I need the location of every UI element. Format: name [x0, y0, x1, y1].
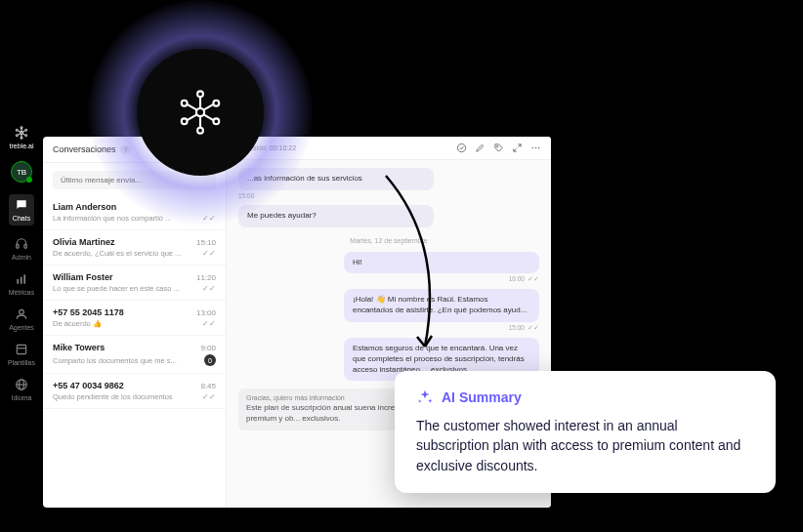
svg-line-11	[18, 134, 21, 136]
svg-point-3	[25, 135, 27, 137]
svg-point-2	[25, 129, 27, 131]
svg-point-5	[16, 135, 18, 137]
nav-metrics[interactable]: Métricas	[9, 272, 34, 296]
message-bubble: Me puedes ayudar?	[238, 205, 434, 227]
nav-templates[interactable]: Plantillas	[8, 343, 35, 366]
conversation-time: 9:00	[200, 344, 216, 352]
edit-icon[interactable]	[475, 143, 486, 153]
nav-label: Plantillas	[8, 359, 35, 366]
conversation-time: 15:10	[196, 238, 216, 247]
svg-line-37	[204, 104, 214, 110]
date-separator: Martes, 12 de septiembre	[238, 237, 539, 244]
user-avatar[interactable]: TB	[11, 161, 32, 183]
feature-halo	[88, 0, 313, 225]
more-icon[interactable]	[530, 143, 541, 153]
conversation-preview: La información que nos compartió ...	[53, 214, 171, 223]
conversation-name: William Foster	[53, 272, 112, 282]
svg-point-32	[213, 118, 219, 124]
conversation-item[interactable]: Olivia Martinez 15:10 De acuerdo, ¿Cuál …	[43, 230, 226, 266]
svg-line-40	[188, 114, 197, 120]
summary-text: The customer showed interest in an annua…	[416, 416, 754, 475]
tag-icon[interactable]	[493, 143, 504, 153]
conversations-list: Liam Anderson La información que nos com…	[43, 195, 226, 508]
sparkle-icon	[416, 389, 434, 406]
message-time: 15:00 ✓✓	[344, 324, 539, 332]
headset-icon	[15, 237, 28, 251]
svg-point-33	[197, 128, 203, 134]
conversation-time: 8:45	[200, 382, 216, 390]
bars-icon	[15, 272, 28, 286]
svg-line-41	[188, 104, 197, 110]
message-bubble: ¡Hola! 👋 Mi nombre es Raúl. Estamos enca…	[344, 289, 539, 322]
conversation-name: +57 55 2045 1178	[53, 307, 124, 317]
conversation-preview: Lo que se puede hacer en este caso ...	[53, 284, 180, 293]
message: Me puedes ayudar?	[238, 205, 434, 229]
svg-point-35	[182, 101, 188, 106]
conversation-item[interactable]: +55 47 0034 9862 8:45 Quedo pendiente de…	[43, 374, 226, 409]
nav-label: Admin	[12, 254, 31, 261]
svg-rect-16	[21, 277, 22, 284]
svg-rect-15	[17, 279, 19, 284]
globe-icon	[15, 378, 28, 391]
message-bubble: Hi!	[344, 252, 539, 274]
conversation-preview: De acuerdo, ¿Cuál es el servicio que ...	[53, 249, 181, 258]
chat-actions	[456, 143, 541, 153]
svg-point-29	[196, 108, 204, 116]
template-icon	[15, 343, 28, 356]
expand-icon[interactable]	[512, 143, 523, 153]
summary-title: AI Summary	[442, 389, 522, 405]
svg-point-24	[457, 143, 465, 151]
svg-point-30	[197, 91, 203, 97]
svg-line-9	[22, 134, 25, 136]
unread-badge: 0	[204, 354, 216, 366]
halo-core	[137, 49, 264, 176]
svg-rect-13	[17, 245, 19, 249]
svg-point-26	[532, 147, 533, 148]
check-icon: ✓✓	[528, 324, 539, 332]
check-icon: ✓✓	[528, 275, 539, 283]
svg-point-1	[21, 127, 22, 129]
svg-point-31	[213, 101, 219, 106]
svg-point-27	[535, 147, 536, 148]
conversation-item[interactable]: Mike Towers 9:00 Comparto los documentos…	[43, 336, 226, 374]
nav-admin[interactable]: Admin	[12, 237, 31, 261]
conversation-name: +55 47 0034 9862	[53, 381, 124, 390]
conversation-preview: De acuerdo 👍	[53, 319, 102, 328]
svg-rect-17	[23, 274, 25, 283]
check-icon: ✓✓	[202, 392, 216, 401]
brand-name: treble.ai	[10, 143, 34, 149]
svg-line-38	[204, 114, 214, 120]
svg-point-25	[496, 145, 497, 146]
brand-logo: treble.ai	[10, 125, 34, 149]
svg-point-28	[538, 147, 539, 148]
svg-rect-19	[17, 345, 25, 353]
nav-label: Chats	[13, 215, 30, 222]
app-sidebar: treble.ai TB Chats Admin Métricas Agente…	[0, 117, 43, 401]
svg-point-4	[21, 137, 22, 139]
ai-summary-card: AI Summary The customer showed interest …	[395, 371, 776, 493]
nav-label: Agentes	[9, 324, 34, 331]
presence-dot-icon	[26, 177, 32, 183]
svg-point-6	[16, 129, 18, 131]
message: ¡Hola! 👋 Mi nombre es Raúl. Estamos enca…	[344, 289, 539, 332]
check-icon: ✓✓	[202, 249, 216, 258]
nav-agents[interactable]: Agentes	[9, 307, 34, 331]
check-icon: ✓✓	[202, 319, 216, 328]
svg-line-8	[22, 131, 25, 133]
conversation-name: Olivia Martinez	[53, 237, 115, 247]
message-time: 16:00 ✓✓	[344, 275, 539, 283]
svg-line-12	[18, 131, 21, 133]
conversation-time: 13:00	[196, 308, 216, 317]
svg-rect-14	[24, 245, 26, 249]
conversation-item[interactable]: +57 55 2045 1178 13:00 De acuerdo 👍 ✓✓	[43, 301, 226, 336]
conversation-item[interactable]: William Foster 11:20 Lo que se puede hac…	[43, 266, 226, 301]
nav-chats[interactable]: Chats	[9, 194, 34, 225]
check-icon: ✓✓	[202, 284, 216, 293]
conversation-preview: Comparto los documentos que me s...	[53, 356, 177, 365]
nav-language[interactable]: Idioma	[11, 378, 31, 401]
network-icon	[173, 85, 228, 140]
check-circle-icon[interactable]	[456, 143, 467, 153]
summary-header: AI Summary	[416, 389, 754, 406]
nav-label: Métricas	[9, 289, 34, 296]
chat-icon	[15, 198, 28, 212]
